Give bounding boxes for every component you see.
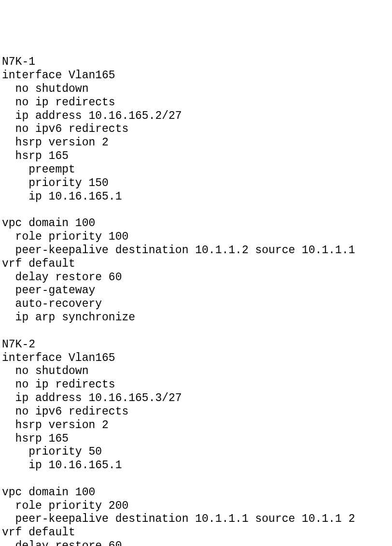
cli-config-block: N7K-1 interface Vlan165 no shutdown no i… [0, 54, 392, 546]
